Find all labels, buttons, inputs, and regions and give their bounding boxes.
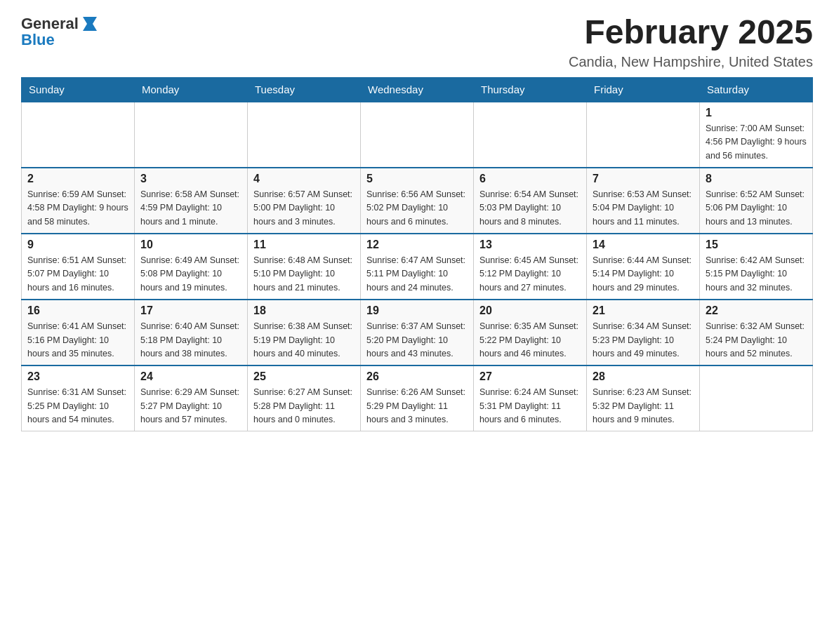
day-info: Sunrise: 6:23 AM Sunset: 5:32 PM Dayligh…: [593, 386, 694, 427]
day-number: 17: [140, 304, 241, 317]
calendar-day-cell: 23Sunrise: 6:31 AM Sunset: 5:25 PM Dayli…: [22, 365, 135, 431]
day-number: 4: [253, 173, 355, 185]
calendar-day-cell: [587, 102, 700, 168]
day-info: Sunrise: 6:44 AM Sunset: 5:14 PM Dayligh…: [593, 254, 694, 295]
day-number: 13: [479, 239, 581, 251]
calendar-day-cell: 10Sunrise: 6:49 AM Sunset: 5:08 PM Dayli…: [135, 234, 248, 300]
calendar-day-cell: 28Sunrise: 6:23 AM Sunset: 5:32 PM Dayli…: [587, 365, 700, 431]
day-info: Sunrise: 6:57 AM Sunset: 5:00 PM Dayligh…: [253, 188, 355, 229]
day-info: Sunrise: 6:37 AM Sunset: 5:20 PM Dayligh…: [366, 320, 468, 361]
day-info: Sunrise: 7:00 AM Sunset: 4:56 PM Dayligh…: [706, 122, 807, 163]
logo: General Blue: [21, 14, 100, 49]
title-block: February 2025 Candia, New Hampshire, Uni…: [569, 14, 813, 70]
weekday-header-saturday: Saturday: [700, 77, 813, 102]
weekday-header-row: SundayMondayTuesdayWednesdayThursdayFrid…: [22, 77, 813, 102]
day-info: Sunrise: 6:56 AM Sunset: 5:02 PM Dayligh…: [366, 188, 468, 229]
day-number: 14: [593, 239, 694, 251]
day-info: Sunrise: 6:54 AM Sunset: 5:03 PM Dayligh…: [479, 188, 581, 229]
calendar-day-cell: 21Sunrise: 6:34 AM Sunset: 5:23 PM Dayli…: [587, 300, 700, 365]
calendar-day-cell: 11Sunrise: 6:48 AM Sunset: 5:10 PM Dayli…: [248, 234, 361, 300]
day-info: Sunrise: 6:48 AM Sunset: 5:10 PM Dayligh…: [253, 254, 355, 295]
day-info: Sunrise: 6:47 AM Sunset: 5:11 PM Dayligh…: [366, 254, 468, 295]
calendar-day-cell: 5Sunrise: 6:56 AM Sunset: 5:02 PM Daylig…: [361, 168, 474, 234]
day-number: 2: [27, 173, 128, 185]
day-info: Sunrise: 6:45 AM Sunset: 5:12 PM Dayligh…: [479, 254, 581, 295]
calendar-body: 1Sunrise: 7:00 AM Sunset: 4:56 PM Daylig…: [22, 102, 813, 431]
calendar-day-cell: 13Sunrise: 6:45 AM Sunset: 5:12 PM Dayli…: [474, 234, 587, 300]
calendar-day-cell: 15Sunrise: 6:42 AM Sunset: 5:15 PM Dayli…: [700, 234, 813, 300]
calendar-day-cell: 27Sunrise: 6:24 AM Sunset: 5:31 PM Dayli…: [474, 365, 587, 431]
day-info: Sunrise: 6:26 AM Sunset: 5:29 PM Dayligh…: [366, 386, 468, 427]
calendar-day-cell: 4Sunrise: 6:57 AM Sunset: 5:00 PM Daylig…: [248, 168, 361, 234]
day-number: 1: [706, 107, 807, 119]
day-info: Sunrise: 6:34 AM Sunset: 5:23 PM Dayligh…: [593, 320, 694, 361]
page-header: General Blue February 2025 Candia, New H…: [21, 14, 813, 70]
calendar-day-cell: 17Sunrise: 6:40 AM Sunset: 5:18 PM Dayli…: [135, 300, 248, 365]
calendar-day-cell: 7Sunrise: 6:53 AM Sunset: 5:04 PM Daylig…: [587, 168, 700, 234]
calendar-title: February 2025: [569, 14, 813, 51]
day-number: 22: [706, 304, 807, 317]
day-info: Sunrise: 6:24 AM Sunset: 5:31 PM Dayligh…: [479, 386, 581, 427]
day-info: Sunrise: 6:49 AM Sunset: 5:08 PM Dayligh…: [140, 254, 241, 295]
calendar-day-cell: 9Sunrise: 6:51 AM Sunset: 5:07 PM Daylig…: [22, 234, 135, 300]
calendar-week-row: 16Sunrise: 6:41 AM Sunset: 5:16 PM Dayli…: [22, 300, 813, 365]
day-info: Sunrise: 6:35 AM Sunset: 5:22 PM Dayligh…: [479, 320, 581, 361]
calendar-day-cell: [135, 102, 248, 168]
calendar-week-row: 9Sunrise: 6:51 AM Sunset: 5:07 PM Daylig…: [22, 234, 813, 300]
day-number: 20: [479, 304, 581, 317]
calendar-day-cell: [248, 102, 361, 168]
weekday-header-thursday: Thursday: [474, 77, 587, 102]
calendar-day-cell: 12Sunrise: 6:47 AM Sunset: 5:11 PM Dayli…: [361, 234, 474, 300]
weekday-header-friday: Friday: [587, 77, 700, 102]
svg-marker-0: [83, 17, 97, 31]
calendar-week-row: 2Sunrise: 6:59 AM Sunset: 4:58 PM Daylig…: [22, 168, 813, 234]
calendar-day-cell: 18Sunrise: 6:38 AM Sunset: 5:19 PM Dayli…: [248, 300, 361, 365]
day-number: 15: [706, 239, 807, 251]
weekday-header-sunday: Sunday: [22, 77, 135, 102]
calendar-day-cell: [474, 102, 587, 168]
day-number: 26: [366, 370, 468, 383]
day-info: Sunrise: 6:31 AM Sunset: 5:25 PM Dayligh…: [27, 386, 128, 427]
calendar-day-cell: [700, 365, 813, 431]
day-number: 6: [479, 173, 581, 185]
day-number: 5: [366, 173, 468, 185]
day-info: Sunrise: 6:32 AM Sunset: 5:24 PM Dayligh…: [706, 320, 807, 361]
calendar-week-row: 23Sunrise: 6:31 AM Sunset: 5:25 PM Dayli…: [22, 365, 813, 431]
calendar-subtitle: Candia, New Hampshire, United States: [569, 54, 813, 70]
day-number: 3: [140, 173, 241, 185]
day-info: Sunrise: 6:27 AM Sunset: 5:28 PM Dayligh…: [253, 386, 355, 427]
weekday-header-monday: Monday: [135, 77, 248, 102]
calendar-day-cell: 8Sunrise: 6:52 AM Sunset: 5:06 PM Daylig…: [700, 168, 813, 234]
calendar-day-cell: 24Sunrise: 6:29 AM Sunset: 5:27 PM Dayli…: [135, 365, 248, 431]
day-number: 7: [593, 173, 694, 185]
day-number: 28: [593, 370, 694, 383]
day-info: Sunrise: 6:41 AM Sunset: 5:16 PM Dayligh…: [27, 320, 128, 361]
day-info: Sunrise: 6:42 AM Sunset: 5:15 PM Dayligh…: [706, 254, 807, 295]
day-number: 27: [479, 370, 581, 383]
weekday-header-tuesday: Tuesday: [248, 77, 361, 102]
day-info: Sunrise: 6:53 AM Sunset: 5:04 PM Dayligh…: [593, 188, 694, 229]
calendar-day-cell: 2Sunrise: 6:59 AM Sunset: 4:58 PM Daylig…: [22, 168, 135, 234]
logo-blue-text: Blue: [21, 31, 55, 49]
calendar-day-cell: 14Sunrise: 6:44 AM Sunset: 5:14 PM Dayli…: [587, 234, 700, 300]
day-number: 21: [593, 304, 694, 317]
calendar-day-cell: 16Sunrise: 6:41 AM Sunset: 5:16 PM Dayli…: [22, 300, 135, 365]
day-number: 8: [706, 173, 807, 185]
day-number: 12: [366, 239, 468, 251]
calendar-day-cell: [361, 102, 474, 168]
day-number: 18: [253, 304, 355, 317]
calendar-day-cell: 26Sunrise: 6:26 AM Sunset: 5:29 PM Dayli…: [361, 365, 474, 431]
calendar-day-cell: 20Sunrise: 6:35 AM Sunset: 5:22 PM Dayli…: [474, 300, 587, 365]
day-info: Sunrise: 6:58 AM Sunset: 4:59 PM Dayligh…: [140, 188, 241, 229]
calendar-day-cell: [22, 102, 135, 168]
weekday-header-wednesday: Wednesday: [361, 77, 474, 102]
day-number: 10: [140, 239, 241, 251]
day-info: Sunrise: 6:40 AM Sunset: 5:18 PM Dayligh…: [140, 320, 241, 361]
day-info: Sunrise: 6:29 AM Sunset: 5:27 PM Dayligh…: [140, 386, 241, 427]
day-number: 23: [27, 370, 128, 383]
calendar-day-cell: 19Sunrise: 6:37 AM Sunset: 5:20 PM Dayli…: [361, 300, 474, 365]
day-number: 16: [27, 304, 128, 317]
day-info: Sunrise: 6:52 AM Sunset: 5:06 PM Dayligh…: [706, 188, 807, 229]
calendar-day-cell: 22Sunrise: 6:32 AM Sunset: 5:24 PM Dayli…: [700, 300, 813, 365]
day-number: 11: [253, 239, 355, 251]
